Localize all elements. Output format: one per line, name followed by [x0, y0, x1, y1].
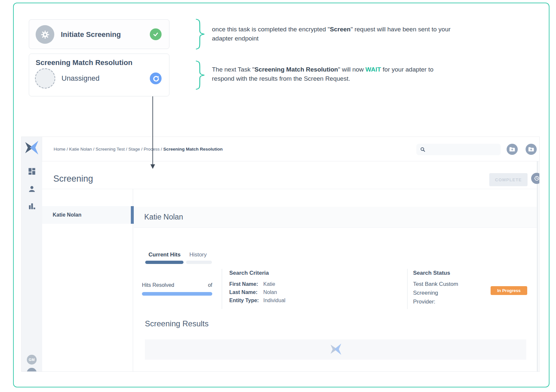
divider	[407, 269, 408, 309]
divider	[42, 189, 537, 189]
folder-upload-icon	[528, 146, 535, 153]
gear-icon	[36, 25, 54, 44]
user-avatar[interactable]: GM	[27, 355, 37, 365]
scrollbar[interactable]	[537, 161, 538, 372]
topbar: Home / Katie Nolan / Screening Test / St…	[42, 137, 540, 161]
annotation-note: The next Task "Screening Match Resolutio…	[212, 65, 467, 83]
user-icon[interactable]	[27, 185, 36, 193]
task-card-screening-match-resolution[interactable]: Screening Match Resolution Unassigned	[29, 54, 169, 96]
task-title: Initiate Screening	[61, 20, 121, 49]
task-title: Screening Match Resolution	[36, 58, 132, 67]
active-tab-indicator	[145, 261, 183, 264]
add-case-button[interactable]	[507, 144, 518, 155]
chart-icon[interactable]	[27, 202, 36, 211]
divider	[222, 269, 222, 309]
breadcrumb-current: Screening Match Resolution	[163, 147, 223, 152]
main-content: Screening COMPLETE Katie Nolan Katie Nol…	[42, 161, 540, 372]
logo-x-icon	[330, 343, 342, 355]
import-case-button[interactable]	[526, 144, 537, 155]
task-card-initiate-screening[interactable]: Initiate Screening	[29, 19, 169, 49]
tab-current-hits[interactable]: Current Hits	[148, 252, 181, 258]
results-empty-state	[145, 339, 526, 360]
page: Initiate Screening Screening Match Resol…	[0, 0, 556, 392]
sidebar: GM	[22, 137, 42, 372]
complete-button[interactable]: COMPLETE	[489, 173, 528, 186]
hits-of-label: of	[208, 282, 212, 288]
unassigned-avatar-placeholder	[35, 68, 55, 89]
screening-results-heading: Screening Results	[145, 319, 209, 328]
tab-history[interactable]: History	[189, 252, 207, 258]
search-icon	[420, 146, 426, 153]
brace-icon	[196, 19, 205, 50]
hits-progress-bar	[142, 292, 212, 296]
assignee-label: Unassigned	[61, 68, 99, 89]
sync-icon	[150, 73, 162, 84]
active-item-indicator	[131, 206, 134, 224]
provider-text: Test Bank Custom Screening Provider:	[413, 280, 460, 306]
history-icon	[533, 175, 540, 182]
folder-plus-icon	[509, 146, 516, 153]
brace-icon	[196, 60, 205, 90]
page-title: Screening	[53, 174, 93, 184]
search-status-heading: Search Status	[413, 270, 450, 276]
criteria-row: Entity Type:Individual	[229, 298, 308, 303]
arrow-down-icon	[150, 96, 155, 170]
criteria-row: Last Name:Nolan	[229, 289, 308, 295]
search-criteria-heading: Search Criteria	[229, 270, 269, 276]
logo-x-icon	[25, 140, 39, 155]
history-button[interactable]	[531, 173, 540, 184]
app-screenshot: GM Home / Katie Nolan / Screening Test /…	[21, 137, 540, 372]
criteria-row: First Name:Katie	[229, 281, 308, 287]
dashboard-icon[interactable]	[27, 167, 36, 176]
hits-resolved-label: Hits Resolved	[142, 282, 174, 288]
search-box[interactable]	[416, 144, 501, 155]
entity-panel-title: Katie Nolan	[134, 207, 537, 228]
hits-resolved-row: Hits Resolved of	[142, 282, 212, 288]
breadcrumb[interactable]: Home / Katie Nolan / Screening Test / St…	[54, 137, 223, 161]
secondary-avatar[interactable]	[27, 368, 37, 372]
inactive-tab-indicator	[186, 261, 212, 264]
entity-list-item[interactable]: Katie Nolan	[42, 206, 133, 224]
check-icon	[150, 28, 162, 40]
annotation-note: once this task is completed the encrypte…	[212, 25, 480, 43]
status-badge: In Progress	[491, 286, 527, 295]
search-input[interactable]	[426, 147, 495, 152]
